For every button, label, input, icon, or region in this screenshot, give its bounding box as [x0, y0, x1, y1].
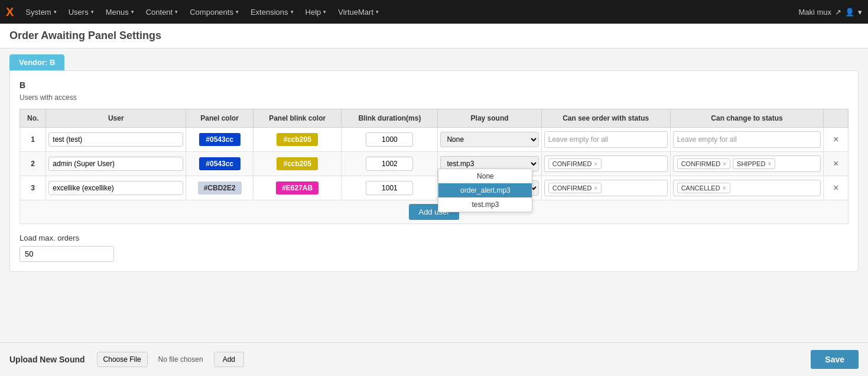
row1-sound-select[interactable]: None order_alert.mp3 test.mp3	[440, 132, 538, 147]
nav-menus[interactable]: Menus ▾	[100, 0, 140, 24]
row3-blink-color-cell: #E627AB	[253, 176, 342, 200]
row3-panel-color-cell: #CBD2E2	[186, 176, 253, 200]
row1-user-input[interactable]	[48, 132, 183, 147]
col-see-status: Can see order with status	[541, 109, 670, 128]
user-info: Maki mux ↗ 👤 ▾	[798, 8, 862, 17]
nav-help[interactable]: Help ▾	[300, 0, 333, 24]
row3-see-status-cell[interactable]: CONFIRMED ×	[541, 176, 670, 200]
row3-change-status-container[interactable]: CANCELLED ×	[673, 180, 821, 196]
row3-delete-cell: ×	[824, 176, 849, 200]
row1-see-status-cell[interactable]: Leave empty for all	[541, 128, 670, 152]
row1-blink-dur-cell	[342, 128, 438, 152]
row2-see-status-cell[interactable]: CONFIRMED ×	[541, 152, 670, 176]
nav-content[interactable]: Content ▾	[140, 0, 184, 24]
col-panel-blink-color: Panel blink color	[253, 109, 342, 128]
row1-change-placeholder: Leave empty for all	[676, 134, 738, 145]
col-delete	[824, 109, 849, 128]
row2-change-confirmed-remove[interactable]: ×	[723, 161, 726, 167]
row2-no: 2	[20, 152, 46, 176]
col-play-sound: Play sound	[438, 109, 541, 128]
row2-change-shipped-tag: SHIPPED ×	[733, 158, 775, 169]
nav-extensions-arrow: ▾	[291, 9, 294, 15]
page-title: Order Awaiting Panel Settings	[0, 24, 868, 48]
row2-change-status-cell[interactable]: CONFIRMED × SHIPPED ×	[670, 152, 824, 176]
load-max-label: Load max. orders	[19, 234, 849, 242]
panel-box: B Users with access No. User Panel color…	[9, 70, 859, 272]
load-max-section: Load max. orders	[19, 234, 849, 262]
row1-blink-color[interactable]: #ccb205	[277, 133, 318, 146]
row3-change-status-cell[interactable]: CANCELLED ×	[670, 176, 824, 200]
row2-panel-color-cell: #0543cc	[186, 152, 253, 176]
col-change-status: Can change to status	[670, 109, 824, 128]
nav-extensions[interactable]: Extensions ▾	[245, 0, 300, 24]
row3-panel-color[interactable]: #CBD2E2	[198, 181, 242, 195]
row2-see-confirmed-remove[interactable]: ×	[594, 161, 597, 167]
navbar: X System ▾ Users ▾ Menus ▾ Content ▾ Com…	[0, 0, 868, 24]
nav-content-arrow: ▾	[175, 9, 178, 15]
row1-delete-button[interactable]: ×	[830, 133, 842, 146]
row2-see-confirmed-tag: CONFIRMED ×	[548, 158, 602, 169]
row3-blink-color[interactable]: #E627AB	[276, 181, 318, 195]
nav-users-arrow: ▾	[91, 9, 94, 15]
row2-delete-button[interactable]: ×	[830, 157, 842, 170]
row1-see-status-container[interactable]: Leave empty for all	[544, 131, 668, 148]
row2-sound-cell: None order_alert.mp3 test.mp3 None order…	[438, 152, 541, 176]
dropdown-option-none[interactable]: None	[438, 169, 532, 183]
row2-blink-color[interactable]: #ccb205	[277, 157, 318, 170]
row3-user-cell	[46, 176, 186, 200]
row1-blink-color-cell: #ccb205	[253, 128, 342, 152]
row2-panel-color[interactable]: #0543cc	[199, 157, 240, 170]
row2-blink-dur-cell	[342, 152, 438, 176]
col-blink-duration: Blink duration(ms)	[342, 109, 438, 128]
row2-delete-cell: ×	[824, 152, 849, 176]
row3-see-status-container[interactable]: CONFIRMED ×	[544, 180, 668, 196]
row1-change-status-cell[interactable]: Leave empty for all	[670, 128, 824, 152]
nav-system-arrow: ▾	[54, 9, 57, 15]
row1-delete-cell: ×	[824, 128, 849, 152]
table-row: 1 #0543cc #ccb205 None	[20, 128, 849, 152]
settings-table: No. User Panel color Panel blink color B…	[19, 109, 849, 224]
nav-users[interactable]: Users ▾	[63, 0, 100, 24]
nav-components[interactable]: Components ▾	[184, 0, 245, 24]
row2-blink-input[interactable]	[366, 157, 413, 171]
row2-change-status-container[interactable]: CONFIRMED × SHIPPED ×	[673, 155, 821, 172]
user-arrow: ▾	[858, 8, 862, 17]
row3-user-input[interactable]	[48, 181, 183, 195]
row2-see-status-container[interactable]: CONFIRMED ×	[544, 155, 668, 172]
row1-see-placeholder: Leave empty for all	[547, 134, 609, 145]
table-row: 2 #0543cc #ccb205 None	[20, 152, 849, 176]
row1-change-status-container[interactable]: Leave empty for all	[673, 131, 821, 148]
user-icon: 👤	[845, 8, 854, 17]
dropdown-option-order-alert[interactable]: order_alert.mp3	[438, 183, 532, 197]
col-no: No.	[20, 109, 46, 128]
row2-user-input[interactable]	[48, 157, 183, 171]
row1-sound-cell: None order_alert.mp3 test.mp3	[438, 128, 541, 152]
vendor-tab[interactable]: Vendor: B	[9, 54, 64, 70]
row1-panel-color[interactable]: #0543cc	[199, 133, 240, 146]
nav-menus-arrow: ▾	[131, 9, 134, 15]
table-header-row: No. User Panel color Panel blink color B…	[20, 109, 849, 128]
row1-user-cell	[46, 128, 186, 152]
row2-user-cell	[46, 152, 186, 176]
row3-change-cancelled-remove[interactable]: ×	[723, 185, 726, 192]
row2-change-shipped-remove[interactable]: ×	[768, 161, 771, 167]
add-user-cell: Add user	[20, 200, 849, 224]
nav-help-arrow: ▾	[323, 9, 326, 15]
row1-panel-color-cell: #0543cc	[186, 128, 253, 152]
nav-virtuemart-arrow: ▾	[376, 9, 379, 15]
nav-system[interactable]: System ▾	[19, 0, 62, 24]
row3-see-confirmed-tag: CONFIRMED ×	[548, 183, 602, 193]
col-user: User	[46, 109, 186, 128]
vendor-label: B	[19, 80, 849, 90]
row3-see-confirmed-remove[interactable]: ×	[594, 185, 597, 192]
col-panel-color: Panel color	[186, 109, 253, 128]
row3-blink-input[interactable]	[366, 181, 413, 195]
nav-virtuemart[interactable]: VirtueMart ▾	[332, 0, 385, 24]
nav-components-arrow: ▾	[236, 9, 239, 15]
joomla-logo: X	[6, 5, 14, 19]
load-max-input[interactable]	[19, 246, 114, 262]
row1-blink-input[interactable]	[366, 132, 413, 147]
row3-delete-button[interactable]: ×	[830, 181, 842, 195]
dropdown-option-test[interactable]: test.mp3	[438, 197, 532, 212]
sound-dropdown-overlay: None order_alert.mp3 test.mp3	[438, 168, 532, 212]
